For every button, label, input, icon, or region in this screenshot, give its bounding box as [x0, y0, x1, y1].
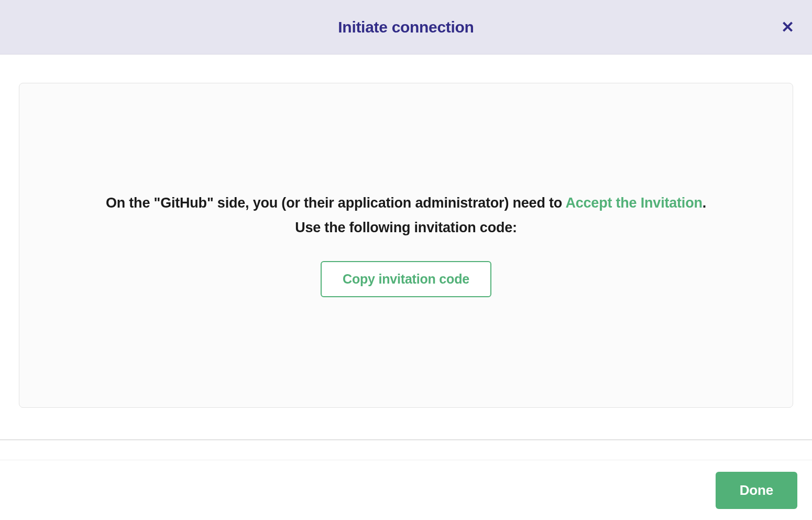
sub-instruction-text: Use the following invitation code: — [51, 220, 761, 236]
dialog-header: Initiate connection ✕ — [0, 0, 812, 55]
copy-invitation-code-button[interactable]: Copy invitation code — [321, 261, 491, 297]
accept-invitation-link[interactable]: Accept the Invitation — [565, 195, 702, 211]
close-button[interactable]: ✕ — [778, 16, 797, 38]
dialog-title: Initiate connection — [338, 18, 474, 36]
instruction-prefix: On the "GitHub" side, you (or their appl… — [106, 195, 565, 211]
instruction-suffix: . — [703, 195, 706, 211]
instruction-card: On the "GitHub" side, you (or their appl… — [19, 83, 793, 408]
dialog-footer: Done — [0, 460, 812, 520]
done-button[interactable]: Done — [716, 472, 797, 509]
dialog-content: On the "GitHub" side, you (or their appl… — [0, 55, 812, 440]
instruction-text: On the "GitHub" side, you (or their appl… — [51, 193, 761, 212]
close-icon: ✕ — [781, 18, 794, 36]
